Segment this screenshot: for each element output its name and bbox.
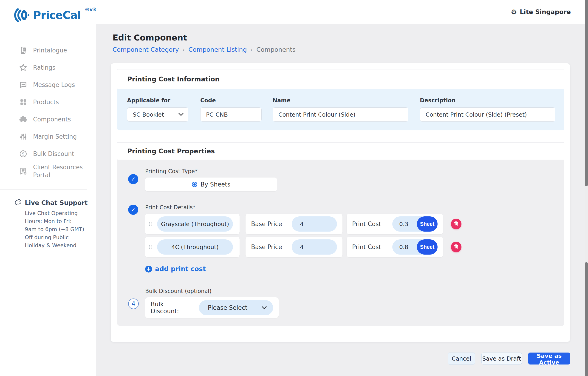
puzzle-icon [19, 115, 28, 124]
drag-handle-icon[interactable] [149, 222, 152, 226]
scrollbar-segment[interactable] [585, 0, 588, 186]
print-cost-card: Print Cost Sheet [346, 237, 443, 257]
name-input[interactable] [273, 107, 408, 122]
step-number-badge: 4 [128, 299, 139, 309]
properties-section-title: Printing Cost Properties [127, 147, 215, 155]
description-label: Description [420, 97, 555, 104]
brand-logo[interactable]: PriceCal®v3 [0, 0, 96, 24]
sidebar-item-client-resources-portal[interactable]: Client Resources Portal [0, 162, 96, 180]
by-sheets-radio[interactable] [192, 182, 197, 187]
account-menu[interactable]: ⚙ Lite Singapore [511, 0, 571, 24]
base-price-label: Base Price [251, 221, 282, 227]
applicable-for-label: Applicable for [127, 97, 188, 104]
sidebar-item-label: Components [33, 115, 71, 123]
by-sheets-label: By Sheets [200, 181, 230, 188]
cost-name-input[interactable] [157, 216, 233, 232]
cost-type-badge-col: ✓ [128, 168, 138, 191]
sidebar-item-products[interactable]: Products [0, 93, 96, 111]
sidebar: PriceCal®v3 Printalogue Ratings Message … [0, 0, 96, 376]
sidebar-item-printalogue[interactable]: Printalogue [0, 42, 96, 59]
code-label: Code [200, 97, 262, 104]
info-section-title: Printing Cost Information [127, 76, 220, 83]
code-field: Code [200, 97, 262, 130]
properties-band: ✓ Printing Cost Type* By Sheets ✓ [117, 160, 564, 326]
sidebar-divider [0, 189, 87, 189]
cost-name-card [145, 237, 240, 257]
add-print-cost-label: add print cost [155, 265, 206, 273]
sheet-unit-button[interactable]: Sheet [417, 216, 438, 232]
name-field: Name [273, 97, 408, 130]
live-chat-support: Live Chat Support Live Chat Operating Ho… [0, 198, 96, 250]
description-input[interactable] [420, 107, 555, 122]
save-as-draft-button[interactable]: Save as Draft [482, 353, 522, 365]
sidebar-item-label: Client Resources Portal [33, 163, 87, 179]
sidebar-item-ratings[interactable]: Ratings [0, 59, 96, 76]
print-cost-details-label: Print Cost Details* [145, 204, 462, 211]
gear-icon: ⚙ [511, 9, 517, 15]
bulk-discount-select[interactable]: Please Select [199, 300, 273, 315]
cost-type-label: Printing Cost Type* [145, 168, 277, 175]
star-icon [19, 63, 28, 72]
live-chat-hours: Live Chat Operating Hours: Mon to Fri: 9… [25, 209, 85, 250]
sidebar-item-bulk-discount[interactable]: $ Bulk Discount [0, 145, 96, 162]
applicable-for-select[interactable]: SC-Booklet [127, 107, 188, 122]
info-section-header: Printing Cost Information [117, 69, 564, 89]
breadcrumb-component-category[interactable]: Component Category [113, 46, 179, 53]
bulk-discount-content: Bulk Discount (optional) Bulk Discount: … [145, 288, 279, 318]
add-print-cost-link[interactable]: + add print cost [145, 265, 206, 273]
sidebar-item-label: Products [33, 98, 59, 106]
topbar: ⚙ Lite Singapore [96, 0, 585, 24]
main-content: Edit Component Component Category › Comp… [96, 24, 585, 376]
brand-version: ®v3 [85, 7, 96, 12]
applicable-for-field: Applicable for SC-Booklet [127, 97, 188, 130]
description-field: Description [420, 97, 555, 130]
svg-text:$: $ [22, 151, 25, 156]
scrollbar-segment[interactable] [585, 262, 588, 376]
cost-name-input[interactable] [157, 239, 233, 254]
breadcrumb-current: Components [256, 46, 296, 53]
base-price-input[interactable] [292, 216, 337, 232]
sliders-icon [19, 132, 28, 141]
app-root: PriceCal®v3 Printalogue Ratings Message … [0, 0, 588, 376]
base-price-card: Base Price [246, 214, 342, 234]
live-chat-support-header[interactable]: Live Chat Support [14, 198, 96, 207]
live-chat-title: Live Chat Support [25, 199, 87, 206]
bulk-discount-step: 4 Bulk Discount (optional) Bulk Discount… [128, 288, 564, 318]
breadcrumb-separator-icon: › [183, 46, 185, 53]
print-cost-label: Print Cost [352, 243, 381, 250]
chat-bubble-icon [14, 198, 22, 207]
page-scrollbar[interactable] [585, 0, 588, 376]
edit-component-card: Printing Cost Information Applicable for… [111, 63, 570, 342]
code-input[interactable] [200, 107, 262, 122]
trash-icon [454, 244, 459, 250]
sidebar-item-label: Ratings [33, 64, 55, 72]
bulk-discount-card: Bulk Discount: Please Select [145, 297, 279, 318]
form-actions: Cancel Save as Draft Save as Active [111, 353, 570, 365]
print-cost-card: Print Cost Sheet [346, 214, 443, 234]
sidebar-item-label: Margin Setting [33, 133, 77, 141]
bulk-discount-badge-col: 4 [128, 288, 138, 318]
sidebar-item-label: Message Logs [33, 81, 75, 89]
check-circle-icon: ✓ [128, 205, 138, 215]
save-as-active-button[interactable]: Save as Active [528, 353, 570, 365]
delete-row-button[interactable] [451, 219, 462, 229]
check-circle-icon: ✓ [128, 174, 138, 184]
print-cost-row: Base Price Print Cost Sheet [145, 214, 462, 234]
sidebar-nav: Printalogue Ratings Message Logs Product… [0, 42, 96, 180]
cancel-button[interactable]: Cancel [448, 353, 475, 365]
account-label: Lite Singapore [520, 8, 571, 15]
base-price-input[interactable] [292, 239, 337, 254]
sidebar-item-message-logs[interactable]: Message Logs [0, 76, 96, 93]
cost-type-content: Printing Cost Type* By Sheets [145, 168, 277, 191]
chevron-down-icon [262, 306, 267, 309]
sidebar-item-components[interactable]: Components [0, 111, 96, 128]
print-cost-row: Base Price Print Cost Sheet [145, 237, 462, 257]
sheet-unit-button[interactable]: Sheet [417, 239, 438, 254]
dollar-circle-icon: $ [19, 149, 28, 158]
delete-row-button[interactable] [451, 242, 462, 252]
drag-handle-icon[interactable] [149, 245, 152, 249]
bulk-discount-section-label: Bulk Discount (optional) [145, 288, 279, 294]
sidebar-item-margin-setting[interactable]: Margin Setting [0, 128, 96, 145]
bulk-discount-value: Please Select [208, 304, 247, 311]
breadcrumb-component-listing[interactable]: Component Listing [188, 46, 247, 53]
